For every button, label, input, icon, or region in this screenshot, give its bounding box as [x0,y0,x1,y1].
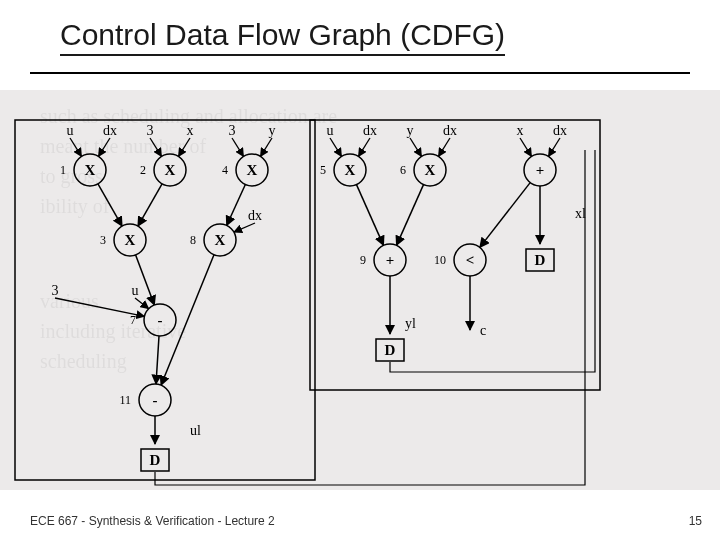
graph-edge [138,184,162,226]
input-edge [438,138,450,156]
input-edge [232,138,244,156]
op-node-label: + [386,252,395,268]
graph-edge [356,185,383,246]
input-label: y [269,123,276,138]
op-node-id: 6 [400,163,406,177]
input-edge [330,138,342,156]
output-label: xl [575,206,586,221]
graph-edge [396,185,423,246]
op-node-id: 9 [360,253,366,267]
input-label: x [517,123,524,138]
title-underline [30,72,690,74]
input-label: dx [363,123,377,138]
input-label: u [67,123,74,138]
input-label: 3 [52,283,59,298]
op-node-label: - [153,392,158,408]
cdfg-figure: udx3x3yudxydxxdxdxu3 X1X2X5X6+X3X4X8+9<1… [0,90,720,490]
input-edge [548,138,560,156]
input-label: dx [103,123,117,138]
input-edge [70,138,82,156]
input-edge [178,138,190,156]
op-node-label: D [150,452,161,468]
feedback-wire [155,150,585,485]
input-edge [410,138,422,156]
op-node-id: 11 [119,393,131,407]
input-label: 3 [147,123,154,138]
input-edge [98,138,110,156]
op-node-label: X [125,232,136,248]
input-edge [150,138,162,156]
graph-edge [98,184,122,226]
op-node-label: X [425,162,436,178]
op-node-id: 5 [320,163,326,177]
op-node-id: 4 [222,163,228,177]
input-edge [260,138,272,156]
input-edge [358,138,370,156]
graph-edge [156,336,159,384]
input-edge [135,298,149,309]
op-node-id: 3 [100,233,106,247]
op-node-id: 7 [130,313,136,327]
op-node-id: 1 [60,163,66,177]
graph-edge [480,183,530,248]
page-number: 15 [689,514,702,528]
op-node-label: X [215,232,226,248]
output-label: ul [190,423,201,438]
op-node-label: X [85,162,96,178]
input-label: dx [248,208,262,223]
op-node-id: 2 [140,163,146,177]
cdfg-svg: udx3x3yudxydxxdxdxu3 X1X2X5X6+X3X4X8+9<1… [0,90,720,490]
input-label: u [132,283,139,298]
op-node-label: - [158,312,163,328]
output-label: yl [405,316,416,331]
op-node-label: X [165,162,176,178]
op-node-label: D [385,342,396,358]
input-label: dx [553,123,567,138]
op-node-label: + [536,162,545,178]
op-node-id: 10 [434,253,446,267]
slide-title: Control Data Flow Graph (CDFG) [60,18,505,56]
graph-edge [227,185,246,226]
input-edge [234,223,255,232]
input-label: x [187,123,194,138]
op-node-label: D [535,252,546,268]
op-node-label: < [466,252,475,268]
input-label: u [327,123,334,138]
input-label: y [407,123,414,138]
input-edge [520,138,532,156]
input-label: dx [443,123,457,138]
input-label: 3 [229,123,236,138]
op-node-label: X [247,162,258,178]
output-label: c [480,323,486,338]
op-node-label: X [345,162,356,178]
op-node-id: 8 [190,233,196,247]
footer-text: ECE 667 - Synthesis & Verification - Lec… [30,514,275,528]
